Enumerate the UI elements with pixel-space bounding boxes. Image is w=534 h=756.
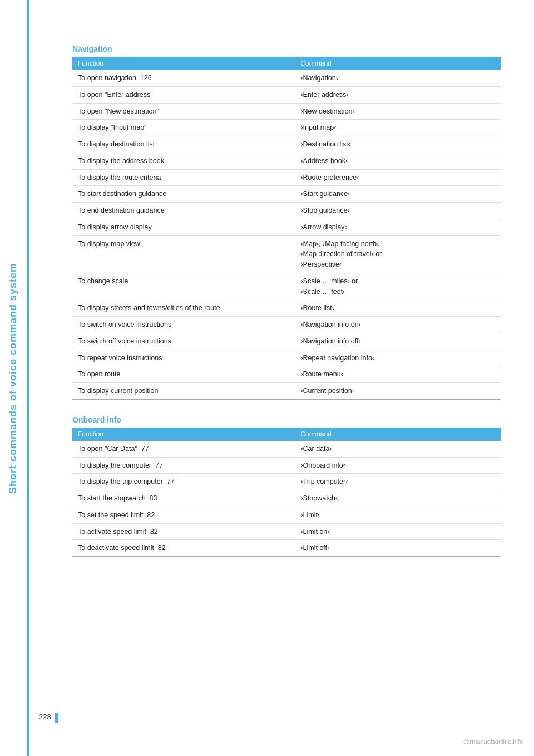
- cell-r6-c1: ›Limit off‹: [295, 540, 501, 557]
- cell-r13-c0: To switch on voice instructions: [72, 317, 295, 333]
- cell-r6-c1: ›Route preference‹: [295, 169, 501, 186]
- cell-r14-c1: ›Navigation info off‹: [295, 333, 501, 350]
- cell-r11-c0: To change scale: [72, 273, 295, 300]
- cell-r7-c0: To start destination guidance: [72, 186, 295, 203]
- cell-r12-c1: ›Route list‹: [295, 300, 501, 317]
- table-row: To open "Car Data" 77›Car data‹: [72, 441, 501, 457]
- sidebar: Short commands of voice command system: [0, 0, 27, 756]
- table-row: To display arrow display›Arrow display‹: [72, 219, 501, 235]
- cell-r16-c0: To open route: [72, 366, 295, 383]
- cell-r13-c1: ›Navigation info on‹: [295, 317, 501, 333]
- cell-r17-c0: To display current position: [72, 383, 295, 400]
- cell-r8-c1: ›Stop guidance‹: [295, 203, 501, 219]
- cell-r4-c0: To display destination list: [72, 136, 295, 153]
- nav-col-function: Function: [72, 57, 295, 70]
- sidebar-label: Short commands of voice command system: [8, 262, 19, 493]
- onboard-info-table: Function Command To open "Car Data" 77›C…: [72, 428, 501, 557]
- table-row: To open "Enter address"›Enter address‹: [72, 86, 501, 103]
- onboard-info-heading: Onboard info: [72, 415, 501, 424]
- cell-r6-c0: To deactivate speed limit 82: [72, 540, 295, 557]
- table-row: To start destination guidance›Start guid…: [72, 186, 501, 203]
- cell-r0-c1: ›Navigation‹: [295, 70, 501, 86]
- cell-r0-c0: To open navigation 126: [72, 70, 295, 86]
- table-row: To set the speed limit 82›Limit‹: [72, 507, 501, 523]
- cell-r9-c1: ›Arrow display‹: [295, 219, 501, 235]
- table-row: To display map view›Map‹, ›Map facing no…: [72, 235, 501, 273]
- cell-r14-c0: To switch off voice instructions: [72, 333, 295, 350]
- cell-r3-c0: To start the stopwatch 83: [72, 490, 295, 507]
- onboard-col-function: Function: [72, 428, 295, 441]
- cell-r1-c0: To display the computer 77: [72, 457, 295, 474]
- cell-r9-c0: To display arrow display: [72, 219, 295, 235]
- cell-r2-c0: To open "New destination": [72, 103, 295, 120]
- table-row: To open "New destination"›New destinatio…: [72, 103, 501, 120]
- cell-r3-c1: ›Input map‹: [295, 120, 501, 136]
- cell-r8-c0: To end destination guidance: [72, 203, 295, 219]
- cell-r0-c1: ›Car data‹: [295, 441, 501, 457]
- table-row: To deactivate speed limit 82›Limit off‹: [72, 540, 501, 557]
- page-number-container: 228: [39, 713, 58, 723]
- onboard-col-command: Command: [295, 428, 501, 441]
- table-row: To repeat voice instructions›Repeat navi…: [72, 350, 501, 366]
- table-row: To display the address book›Address book…: [72, 153, 501, 169]
- table-row: To display "Input map"›Input map‹: [72, 120, 501, 136]
- cell-r5-c1: ›Limit on‹: [295, 523, 501, 540]
- table-row: To display destination list›Destination …: [72, 136, 501, 153]
- page-number-accent-bar: [55, 713, 58, 723]
- table-row: To end destination guidance›Stop guidanc…: [72, 203, 501, 219]
- navigation-table: Function Command To open navigation 126›…: [72, 57, 501, 400]
- nav-col-command: Command: [295, 57, 501, 70]
- cell-r5-c0: To display the address book: [72, 153, 295, 169]
- cell-r10-c1: ›Map‹, ›Map facing north‹,›Map direction…: [295, 235, 501, 273]
- main-content: Navigation Function Command To open navi…: [39, 0, 534, 606]
- cell-r7-c1: ›Start guidance‹: [295, 186, 501, 203]
- cell-r6-c0: To display the route criteria: [72, 169, 295, 186]
- cell-r15-c1: ›Repeat navigation info‹: [295, 350, 501, 366]
- table-row: To display the route criteria›Route pref…: [72, 169, 501, 186]
- cell-r0-c0: To open "Car Data" 77: [72, 441, 295, 457]
- cell-r10-c0: To display map view: [72, 235, 295, 273]
- cell-r11-c1: ›Scale … miles‹ or›Scale … feet‹: [295, 273, 501, 300]
- cell-r1-c1: ›Onboard info‹: [295, 457, 501, 474]
- cell-r4-c1: ›Limit‹: [295, 507, 501, 523]
- table-row: To display the computer 77›Onboard info‹: [72, 457, 501, 474]
- table-row: To display streets and towns/cities of t…: [72, 300, 501, 317]
- table-row: To display current position›Current posi…: [72, 383, 501, 400]
- cell-r4-c1: ›Destination list‹: [295, 136, 501, 153]
- table-row: To change scale›Scale … miles‹ or›Scale …: [72, 273, 501, 300]
- cell-r12-c0: To display streets and towns/cities of t…: [72, 300, 295, 317]
- cell-r2-c1: ›New destination‹: [295, 103, 501, 120]
- table-row: To switch off voice instructions›Navigat…: [72, 333, 501, 350]
- navigation-heading: Navigation: [72, 45, 501, 53]
- table-row: To switch on voice instructions›Navigati…: [72, 317, 501, 333]
- page-number: 228: [39, 713, 51, 721]
- watermark: carmanualsonline.info: [463, 738, 523, 745]
- onboard-info-table-body: To open "Car Data" 77›Car data‹To displa…: [72, 441, 501, 557]
- cell-r5-c0: To activate speed limit 82: [72, 523, 295, 540]
- navigation-table-body: To open navigation 126›Navigation‹To ope…: [72, 70, 501, 399]
- cell-r2-c1: ›Trip computer‹: [295, 474, 501, 490]
- cell-r15-c0: To repeat voice instructions: [72, 350, 295, 366]
- cell-r17-c1: ›Current position‹: [295, 383, 501, 400]
- cell-r3-c0: To display "Input map": [72, 120, 295, 136]
- cell-r4-c0: To set the speed limit 82: [72, 507, 295, 523]
- cell-r1-c0: To open "Enter address": [72, 86, 295, 103]
- blue-accent-bar: [27, 0, 29, 756]
- table-row: To display the trip computer 77›Trip com…: [72, 474, 501, 490]
- cell-r1-c1: ›Enter address‹: [295, 86, 501, 103]
- table-row: To open navigation 126›Navigation‹: [72, 70, 501, 86]
- cell-r3-c1: ›Stopwatch‹: [295, 490, 501, 507]
- table-row: To start the stopwatch 83›Stopwatch‹: [72, 490, 501, 507]
- table-row: To open route›Route menu‹: [72, 366, 501, 383]
- table-row: To activate speed limit 82›Limit on‹: [72, 523, 501, 540]
- cell-r16-c1: ›Route menu‹: [295, 366, 501, 383]
- cell-r5-c1: ›Address book‹: [295, 153, 501, 169]
- cell-r2-c0: To display the trip computer 77: [72, 474, 295, 490]
